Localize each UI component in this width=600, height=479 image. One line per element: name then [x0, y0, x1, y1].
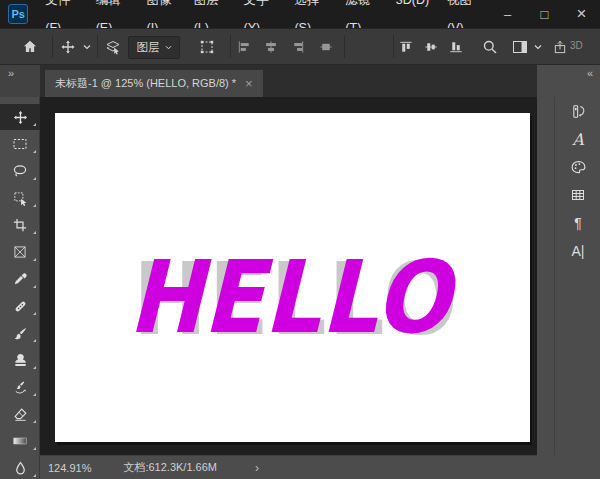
window-controls: – □ × [489, 0, 600, 28]
history-brush-icon [13, 380, 28, 395]
align-bottom-icon [449, 39, 464, 54]
artwork-word-text: HELLO [122, 239, 473, 356]
character-panel-button[interactable]: A| [555, 237, 600, 265]
clone-stamp-tool[interactable] [0, 347, 40, 373]
toolbox [0, 97, 40, 479]
move-icon [61, 39, 76, 54]
character-icon: A| [572, 243, 585, 259]
toolbox-expand-chevrons[interactable]: » [8, 67, 13, 79]
healing-brush-icon [13, 299, 28, 314]
share-icon [553, 39, 568, 54]
document-tabs: 未标题-1 @ 125% (HELLO, RGB/8) * × [40, 65, 537, 97]
history-brush-tool[interactable] [0, 374, 40, 400]
tool-preset-chevron[interactable] [83, 44, 91, 50]
separator [344, 35, 345, 58]
crop-tool[interactable] [0, 212, 40, 238]
workspace-3d-label: 3D [570, 40, 583, 51]
close-button[interactable]: × [563, 0, 600, 28]
history-panel-button[interactable] [555, 97, 600, 125]
move-icon [13, 110, 28, 125]
align-middle-button[interactable] [424, 39, 439, 54]
panel-rail-inner: A ¶ A| [554, 97, 600, 455]
align-bottom-button[interactable] [449, 39, 464, 54]
show-transform-controls-toggle[interactable] [199, 39, 215, 55]
eyedropper-tool[interactable] [0, 266, 40, 292]
align-center-vertical-icon [319, 39, 334, 54]
tab-close-icon[interactable]: × [245, 76, 253, 91]
title-bar: Ps 文件(F) 编辑(E) 图像(I) 图层(L) 文字(Y) 选择(S) 滤… [0, 0, 600, 28]
align-top-icon [399, 39, 414, 54]
brush-tool[interactable] [0, 320, 40, 346]
color-panel-button[interactable] [555, 153, 600, 181]
status-bar: 124.91% 文档:612.3K/1.66M › [40, 455, 537, 479]
photoshop-logo: Ps [8, 4, 28, 24]
share-button[interactable] [553, 39, 568, 54]
separator [393, 35, 394, 58]
clone-stamp-icon [13, 353, 28, 368]
eraser-tool[interactable] [0, 401, 40, 427]
status-options-chevron[interactable]: › [255, 461, 259, 475]
auto-select-toggle[interactable] [105, 39, 121, 55]
search-button[interactable] [482, 39, 498, 55]
photoshop-window: Ps 文件(F) 编辑(E) 图像(I) 图层(L) 文字(Y) 选择(S) 滤… [0, 0, 600, 479]
gradient-tool[interactable] [0, 428, 40, 454]
glyphs-panel-button[interactable]: A [555, 125, 600, 153]
blur-tool[interactable] [0, 455, 40, 479]
align-right-button[interactable] [291, 39, 306, 54]
history-icon [570, 103, 587, 120]
panel-collapse-chevrons[interactable]: « [587, 67, 592, 79]
tool-preset-move[interactable] [61, 39, 76, 54]
options-bar: 图层 [0, 28, 600, 65]
chevron-down-icon [83, 44, 91, 50]
paragraph-panel-button[interactable]: ¶ [555, 209, 600, 237]
hello-artwork: HELLO HELLO [55, 113, 530, 442]
home-icon [22, 38, 39, 55]
quick-selection-tool[interactable] [0, 185, 40, 211]
spot-healing-brush-tool[interactable] [0, 293, 40, 319]
separator [230, 35, 231, 58]
home-button[interactable] [22, 38, 39, 55]
frame-tool[interactable] [0, 239, 40, 265]
zoom-level-field[interactable]: 124.91% [48, 462, 91, 474]
separator [52, 35, 53, 58]
tab-bar: » 未标题-1 @ 125% (HELLO, RGB/8) * × « [0, 65, 600, 97]
lasso-tool[interactable] [0, 158, 40, 184]
panel-icon-rail: A ¶ A| [537, 97, 600, 479]
transform-controls-icon [199, 39, 215, 55]
document-canvas[interactable]: HELLO HELLO [55, 113, 530, 442]
brush-icon [13, 326, 28, 341]
eyedropper-icon [13, 272, 28, 287]
search-icon [482, 39, 498, 55]
chevron-down-icon [534, 44, 542, 50]
document-tab[interactable]: 未标题-1 @ 125% (HELLO, RGB/8) * × [45, 70, 263, 97]
document-tab-title: 未标题-1 @ 125% (HELLO, RGB/8) * [55, 76, 236, 91]
glyphs-icon: A [572, 130, 584, 149]
align-left-button[interactable] [237, 39, 252, 54]
document-size-info: 文档:612.3K/1.66M [123, 460, 217, 475]
rectangular-marquee-tool[interactable] [0, 131, 40, 157]
align-right-icon [291, 39, 306, 54]
align-center-horizontal-button[interactable] [264, 39, 279, 54]
move-tool[interactable] [0, 104, 40, 130]
color-palette-icon [570, 159, 587, 176]
frame-icon [13, 245, 27, 259]
align-center-vertical-button[interactable] [319, 39, 334, 54]
align-left-icon [237, 39, 252, 54]
crop-icon [13, 218, 27, 232]
minimize-button[interactable]: – [489, 0, 526, 28]
maximize-button[interactable]: □ [526, 0, 563, 28]
paragraph-icon: ¶ [574, 215, 582, 231]
workspace-chevron[interactable] [534, 44, 542, 50]
quick-selection-icon [13, 191, 28, 206]
workspace-icon [512, 39, 528, 55]
swatches-panel-button[interactable] [555, 181, 600, 209]
lasso-icon [12, 163, 28, 179]
layer-target-select[interactable]: 图层 [128, 36, 180, 59]
toolbox-header: » [0, 65, 40, 97]
separator [97, 35, 98, 58]
gradient-icon [12, 433, 28, 449]
align-center-horizontal-icon [264, 39, 279, 54]
marquee-icon [12, 136, 28, 152]
workspace-switcher[interactable] [512, 39, 528, 55]
align-top-button[interactable] [399, 39, 414, 54]
